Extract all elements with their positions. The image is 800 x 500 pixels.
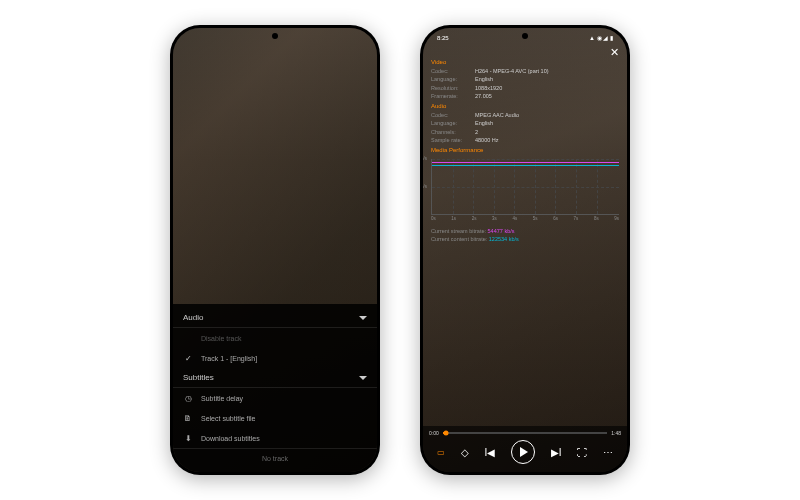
subtitles-section-header[interactable]: Subtitles [173,368,377,388]
file-icon: 🗎 [183,413,193,423]
check-icon [183,353,193,363]
download-icon: ⬇ [183,433,193,443]
download-subtitles[interactable]: ⬇ Download subtitles [173,428,377,448]
close-icon[interactable]: ✕ [610,46,619,59]
chart-x-axis: 0s1s2s3s4s5s6s7s8s9s [431,216,619,223]
framerate-row: Framerate:27.005 [431,92,619,100]
track-1-label: Track 1 - [English] [201,355,257,362]
select-subtitle-file[interactable]: 🗎 Select subtitle file [173,408,377,428]
media-info-panel: Video Codec:H264 - MPEG-4 AVC (part 10) … [431,56,619,243]
language-value: English [475,75,493,83]
time-total: 1:48 [611,430,621,436]
play-icon [520,447,528,457]
aspect-icon[interactable]: ▭ [437,448,445,457]
blank-icon [183,333,193,343]
audio-language-value: English [475,119,493,127]
subtitles-header-label: Subtitles [183,373,214,382]
y-tick-1000: 1000 Mb/s [423,183,427,190]
clock-icon: ◷ [183,393,193,403]
seek-bar[interactable] [443,432,608,434]
stream-line [432,162,619,163]
stream-bitrate-value: 54477 kb/s [488,228,515,234]
screen-left: Audio Disable track Track 1 - [English] … [173,28,377,472]
channels-label: Channels: [431,128,471,136]
video-section-title: Video [431,58,619,67]
no-track-footer: No track [173,449,377,468]
content-bitrate-value: 122534 kb/s [489,236,519,242]
download-subtitles-label: Download subtitles [201,435,260,442]
chevron-down-icon [359,316,367,320]
status-icons: ▲ ◉ ◢ ▮ [589,34,613,41]
audio-codec-label: Codec: [431,111,471,119]
channels-value: 2 [475,128,478,136]
language-row: Language:English [431,75,619,83]
control-row: ▭ ◇ I◀ ▶I ⛶ ⋯ [429,440,621,464]
screen-right: 8:25 ▲ ◉ ◢ ▮ ✕ Video Codec:H264 - MPEG-4… [423,28,627,472]
framerate-label: Framerate: [431,92,471,100]
bitrate-chart: 2000 Mb/s 1000 Mb/s [431,159,619,215]
expand-icon[interactable]: ⛶ [577,447,587,458]
next-icon[interactable]: ▶I [551,447,562,458]
chevron-down-icon [359,376,367,380]
audio-language-row: Language:English [431,119,619,127]
camera-notch [522,33,528,39]
y-tick-2000: 2000 Mb/s [423,156,427,163]
sample-label: Sample rate: [431,136,471,144]
sample-value: 48000 Hz [475,136,499,144]
player-controls: 0:00 1:48 ▭ ◇ I◀ ▶I ⛶ ⋯ [423,426,627,472]
audio-language-label: Language: [431,119,471,127]
time-current: 0:00 [429,430,439,436]
audio-codec-value: MPEG AAC Audio [475,111,519,119]
language-label: Language: [431,75,471,83]
channels-row: Channels:2 [431,128,619,136]
select-subtitle-label: Select subtitle file [201,415,255,422]
subtitle-delay-label: Subtitle delay [201,395,243,402]
disable-audio-track[interactable]: Disable track [173,328,377,348]
status-time: 8:25 [437,35,449,41]
camera-notch [272,33,278,39]
audio-codec-row: Codec:MPEG AAC Audio [431,111,619,119]
phone-left: Audio Disable track Track 1 - [English] … [170,25,380,475]
content-line [432,165,619,166]
audio-section-title: Audio [431,102,619,111]
resolution-label: Resolution: [431,84,471,92]
rotate-icon[interactable]: ◇ [461,447,469,458]
resolution-row: Resolution:1088x1920 [431,84,619,92]
tracks-menu: Audio Disable track Track 1 - [English] … [173,304,377,472]
more-icon[interactable]: ⋯ [603,447,613,458]
audio-header-label: Audio [183,313,203,322]
disable-track-label: Disable track [201,335,241,342]
phone-right: 8:25 ▲ ◉ ◢ ▮ ✕ Video Codec:H264 - MPEG-4… [420,25,630,475]
progress-row: 0:00 1:48 [429,430,621,436]
bitrate-readout: Current stream bitrate: 54477 kb/s Curre… [431,227,619,244]
subtitle-delay[interactable]: ◷ Subtitle delay [173,388,377,408]
stream-bitrate-label: Current stream bitrate: [431,228,486,234]
codec-value: H264 - MPEG-4 AVC (part 10) [475,67,549,75]
content-bitrate-label: Current content bitrate: [431,236,487,242]
previous-icon[interactable]: I◀ [484,447,495,458]
framerate-value: 27.005 [475,92,492,100]
seek-thumb[interactable] [444,431,449,436]
sample-row: Sample rate:48000 Hz [431,136,619,144]
play-button[interactable] [511,440,535,464]
codec-row: Codec:H264 - MPEG-4 AVC (part 10) [431,67,619,75]
resolution-value: 1088x1920 [475,84,502,92]
audio-track-1[interactable]: Track 1 - [English] [173,348,377,368]
codec-label: Codec: [431,67,471,75]
perf-section-title: Media Performance [431,146,619,155]
audio-section-header[interactable]: Audio [173,308,377,328]
